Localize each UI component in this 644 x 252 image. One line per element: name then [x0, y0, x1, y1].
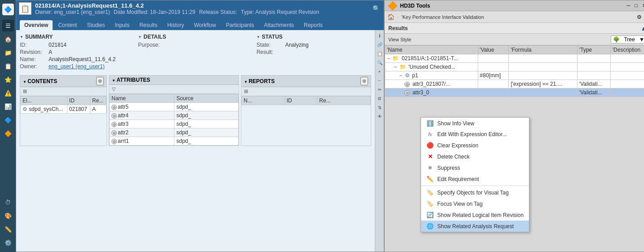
rep-col-id[interactable]: ID — [284, 97, 317, 105]
menu-item-clear-expression[interactable]: 🔴 Clear Expression — [421, 140, 529, 151]
tree-area: 'Name 'Value 'Formula 'Type 'Description… — [385, 45, 644, 252]
rep-col-n[interactable]: N... — [242, 97, 285, 105]
expand-icon[interactable]: − — [394, 64, 397, 70]
tree-row[interactable]: ⊙ attr3_0 'Validati... — [385, 88, 644, 97]
info-icon[interactable]: ℹ — [376, 32, 383, 39]
hd3d-breadcrumb: 🏠 · 'Key Performance Interface Validatio… — [385, 11, 644, 23]
reports-add-btn[interactable]: ⊕ — [360, 77, 368, 85]
result-row: Result: — [257, 49, 371, 55]
title-bar: 📋 021814/A;1-AnalysisRequest1_11.6_4.2 O… — [16, 0, 384, 17]
zoom-out-icon[interactable]: − — [376, 77, 383, 84]
menu-item-delete-check[interactable]: ✕ Delete Check — [421, 151, 529, 162]
app-logo: 🔷 — [2, 4, 14, 15]
home-icon[interactable]: 🏠 — [387, 13, 395, 20]
table-row[interactable]: ⊙attr2 sdpd_ — [110, 128, 239, 137]
menu-item-show-info[interactable]: ℹ️ Show Info View — [421, 118, 529, 129]
suppress-menu-icon: ≡ — [426, 164, 434, 171]
sidebar-icon-bottom-3[interactable]: ✏️ — [2, 223, 14, 235]
sidebar-icon-bottom-2[interactable]: 🎨 — [2, 210, 14, 221]
settings2-icon[interactable]: ⚙ — [376, 95, 383, 102]
tab-studies[interactable]: Studies — [82, 20, 109, 30]
view-style-select[interactable]: 🌳 Tree ▼ — [611, 35, 644, 44]
tree-row[interactable]: − 📁 021851/A;1-021851-T... — [385, 54, 644, 63]
tree-col-name[interactable]: 'Name — [385, 46, 478, 54]
sidebar-icon-6[interactable]: 📊 — [2, 101, 14, 112]
contents-add-btn[interactable]: ⊕ — [96, 77, 104, 85]
tab-results[interactable]: Results — [135, 20, 162, 30]
search-button[interactable]: 🔍 — [371, 4, 381, 13]
zoom-icon[interactable]: 🔍 — [376, 59, 383, 66]
revision-row: Revision: A — [20, 49, 134, 55]
purpose-row: Purpose: — [138, 42, 253, 48]
share-icon[interactable]: ⇅ — [376, 104, 383, 111]
sidebar-icon-5[interactable]: ⚠️ — [2, 87, 14, 99]
sidebar-icon-bottom-1[interactable]: ⏱ — [2, 196, 14, 208]
copy-icon[interactable]: 📋 — [376, 50, 383, 57]
link-icon[interactable]: 🔗 — [376, 41, 383, 48]
edit-icon[interactable]: ✏ — [376, 86, 383, 93]
tree-col-formula[interactable]: 'Formula — [509, 46, 577, 54]
tab-workflow[interactable]: Workflow — [190, 20, 221, 30]
tree-row[interactable]: − ⚙ p1 #80[mm] — [385, 71, 644, 80]
col-el[interactable]: El... — [21, 97, 67, 105]
tree-row[interactable]: ⊙ attr3_021807/... ['expression] == 21..… — [385, 80, 644, 88]
sidebar-icon-4[interactable]: ⭐ — [2, 74, 14, 85]
tab-history[interactable]: History — [163, 20, 188, 30]
hd3d-close-btn[interactable]: ✕ — [641, 3, 644, 9]
expand-icon[interactable]: − — [387, 55, 390, 62]
table-row[interactable]: ⊙attr3 sdpd_ — [110, 120, 239, 128]
tab-content[interactable]: Content — [53, 20, 81, 30]
gear-icon[interactable]: ⚙ — [637, 14, 642, 20]
filter-icon[interactable]: ▽ — [111, 86, 116, 93]
attributes-block: ATTRIBUTES ▽ Name Source — [109, 75, 239, 146]
title-text: 021814/A;1-AnalysisRequest1_11.6_4.2 Own… — [35, 2, 319, 15]
menu-item-specify-objects[interactable]: 🏷️ Specify Objects for Visual Tag — [421, 187, 529, 198]
sidebar-icon-3[interactable]: 📋 — [2, 60, 14, 72]
attr-col-name[interactable]: Name — [110, 94, 174, 103]
tree-col-value[interactable]: 'Value — [478, 46, 509, 54]
menu-item-show-related-analysis[interactable]: 🌐 Show Related Analysis Request — [421, 221, 529, 232]
contents-block: CONTENTS ⊕ ⊞ El... ID Re... — [20, 75, 107, 146]
zoom-in-icon[interactable]: + — [376, 68, 383, 75]
focus-menu-icon: 🏷️ — [426, 200, 434, 207]
attr-col-source[interactable]: Source — [174, 94, 239, 103]
tab-attachments[interactable]: Attachments — [259, 20, 298, 30]
hd3d-minimize-btn[interactable]: ─ — [626, 3, 632, 9]
hd3d-maximize-btn[interactable]: □ — [633, 3, 639, 9]
menu-item-focus-view[interactable]: 🏷️ Focus View on Tag — [421, 198, 529, 209]
tree-col-type[interactable]: 'Type — [577, 46, 610, 54]
reports-table: N... ID Re... — [241, 96, 371, 105]
col-id[interactable]: ID — [67, 97, 90, 105]
sidebar-icon-1[interactable]: 🏠 — [2, 33, 14, 45]
results-toggle-btn[interactable]: ▲ — [640, 25, 644, 32]
eye-icon[interactable]: 👁 — [376, 113, 383, 120]
col-re[interactable]: Re... — [90, 97, 107, 105]
expand-icon[interactable]: − — [399, 72, 402, 79]
attributes-header: ATTRIBUTES — [109, 75, 239, 85]
table-row[interactable]: ⚙ sdpd_sysCh... 021807 A — [21, 105, 107, 114]
rep-col-re[interactable]: Re... — [317, 97, 371, 105]
sidebar-icon-bottom-4[interactable]: ⚙️ — [2, 237, 14, 248]
menu-item-show-related-logical[interactable]: 🔄 Show Related Logical Item Revision — [421, 209, 529, 221]
tab-reports[interactable]: Reports — [299, 20, 327, 30]
table-row[interactable]: ⊙attr5 sdpd_ — [110, 103, 239, 111]
info-menu-icon: ℹ️ — [426, 120, 434, 127]
sidebar-icon-2[interactable]: 📁 — [2, 47, 14, 58]
table-row[interactable]: ⊙attr4 sdpd_ — [110, 111, 239, 120]
menu-item-edit-expression[interactable]: fx Edit With Expression Editor... — [421, 129, 529, 140]
sidebar-icon-8[interactable]: 🔶 — [2, 128, 14, 139]
menu-item-suppress[interactable]: ≡ Suppress — [421, 162, 529, 173]
menu-item-edit-requirement[interactable]: ✏️ Edit Requirement — [421, 173, 529, 185]
tree-row[interactable]: − 📁 'Unused Checked... — [385, 63, 644, 71]
contents-table: El... ID Re... ⚙ sdpd_sysCh... — [20, 96, 107, 114]
tab-overview[interactable]: Overview — [20, 20, 53, 30]
sidebar-icon-7[interactable]: 🔷 — [2, 114, 14, 126]
tab-inputs[interactable]: Inputs — [110, 20, 134, 30]
tab-participants[interactable]: Participants — [222, 20, 259, 30]
sidebar-home-icon[interactable]: ☰ — [2, 20, 14, 31]
attr-icon: ⊙ — [404, 90, 410, 96]
menu-separator — [421, 186, 529, 186]
table-row[interactable]: ⊙arrt1 sdpd_ — [110, 137, 239, 146]
attr-icon: ⊙ — [111, 113, 117, 119]
tree-col-desc[interactable]: 'Description — [610, 46, 644, 54]
